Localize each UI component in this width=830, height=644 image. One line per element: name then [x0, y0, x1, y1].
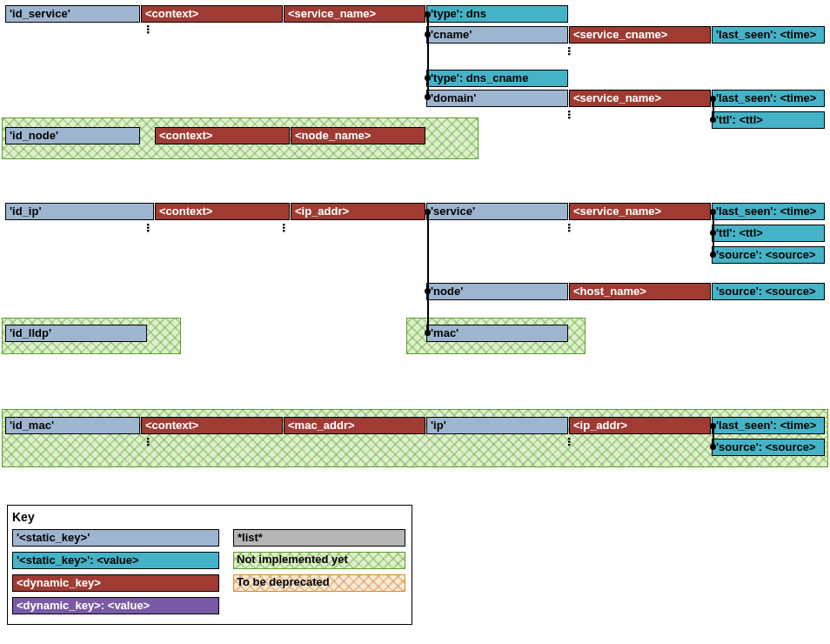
connector-dot: [425, 11, 431, 17]
connector-dot: [425, 94, 431, 100]
connector-dot: [710, 444, 716, 450]
cell-host-name: <host_name>: [569, 283, 711, 300]
connector-dot: [425, 330, 431, 336]
cell-service-cname: <service_cname>: [569, 26, 711, 44]
cell-service: 'service': [426, 203, 568, 220]
cell-context-3: <context>: [155, 203, 290, 220]
cell-mac: 'mac': [426, 325, 568, 342]
cell-context-2: <context>: [155, 127, 290, 144]
connector-dot: [425, 31, 431, 37]
cell-ip-addr-2: <ip_addr>: [569, 417, 711, 434]
connector-dot: [710, 117, 716, 123]
cell-node-name: <node_name>: [291, 127, 425, 144]
cell-node: 'node': [426, 283, 568, 300]
cell-type-dns: 'type': dns: [426, 5, 568, 23]
continuation-dots: ...: [565, 437, 580, 446]
legend-static-key-value: '<static_key>': <value>: [12, 552, 219, 569]
connector-dot: [425, 75, 431, 81]
cell-last-seen-4: 'last_seen': <time>: [712, 417, 825, 434]
continuation-dots: ...: [144, 223, 159, 231]
cell-service-name: <service_name>: [284, 5, 425, 23]
cell-last-seen-1: 'last_seen': <time>: [712, 26, 825, 44]
cell-last-seen-3: 'last_seen': <time>: [712, 203, 825, 220]
cell-id-node: 'id_node': [5, 127, 140, 144]
cell-cname: 'cname': [426, 26, 568, 44]
cell-domain: 'domain': [426, 90, 568, 107]
cell-context: <context>: [141, 5, 283, 23]
cell-service-name-2: <service_name>: [569, 90, 711, 107]
connector-dot: [425, 209, 431, 215]
connector-dot: [710, 230, 716, 236]
legend-static-key: '<static_key>': [12, 529, 219, 547]
cell-ip: 'ip': [426, 417, 568, 434]
cell-source-3: 'source': <source>: [712, 439, 825, 456]
cell-last-seen-2: 'last_seen': <time>: [712, 90, 825, 107]
connector-dot: [710, 209, 716, 215]
connector-dot: [710, 423, 716, 429]
cell-ttl-1: 'ttl': <ttl>: [712, 111, 825, 129]
cell-id-service: 'id_service': [5, 5, 140, 23]
legend-dynamic-key: <dynamic_key>: [12, 574, 219, 592]
legend-title: Key: [12, 510, 35, 524]
cell-id-mac: 'id_mac': [5, 417, 140, 434]
continuation-dots: ...: [565, 223, 580, 231]
connector-dot: [425, 288, 431, 294]
connector-dot: [710, 252, 716, 258]
continuation-dots: ...: [565, 46, 580, 55]
cell-context-4: <context>: [141, 417, 283, 434]
continuation-dots: ...: [565, 110, 580, 118]
legend-dynamic-key-value: <dynamic_key>: <value>: [12, 597, 219, 614]
cell-id-ip: 'id_ip': [5, 203, 154, 220]
legend-deprecated: To be deprecated: [237, 575, 330, 588]
legend-not-implemented: Not implemented yet: [237, 553, 348, 566]
cell-ip-addr: <ip_addr>: [291, 203, 425, 220]
cell-source-2: 'source': <source>: [712, 283, 825, 300]
cell-mac-addr: <mac_addr>: [284, 417, 425, 434]
continuation-dots: ...: [144, 437, 159, 446]
cell-id-lldp: 'id_lldp': [5, 325, 147, 342]
continuation-dots: ...: [144, 24, 159, 33]
cell-type-dns-cname: 'type': dns_cname: [426, 70, 568, 87]
connector-dot: [710, 96, 716, 102]
connector-line: [427, 211, 429, 332]
cell-service-name-3: <service_name>: [569, 203, 711, 220]
cell-source-1: 'source': <source>: [712, 246, 825, 264]
legend-list: *list*: [233, 529, 405, 547]
connector-line: [427, 14, 429, 96]
cell-ttl-2: 'ttl': <ttl>: [712, 225, 825, 242]
continuation-dots: ...: [279, 223, 295, 231]
